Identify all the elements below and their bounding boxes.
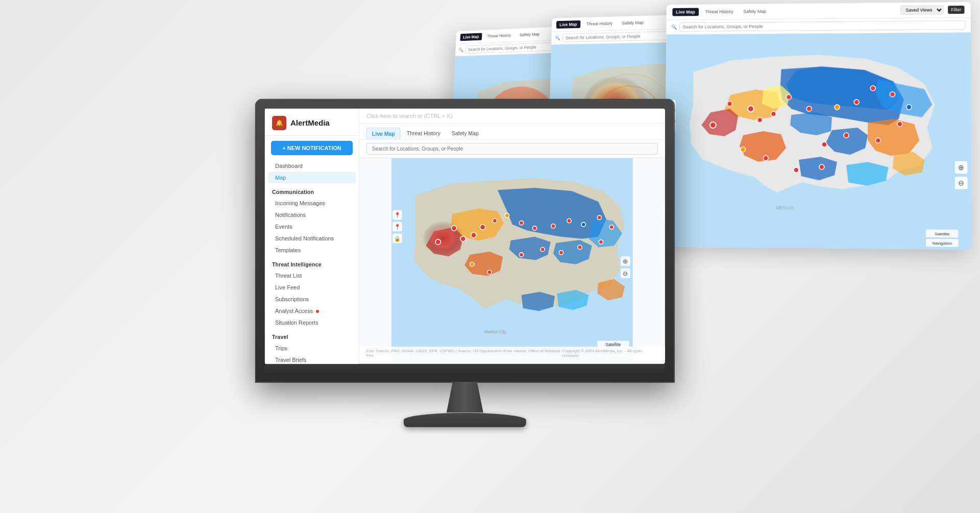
sidebar: 🔔 AlertMedia + NEW NOTIFICATION Dashboar… (265, 108, 359, 363)
svg-point-80 (451, 225, 456, 230)
svg-text:⊖: ⊖ (623, 270, 628, 277)
sidebar-item-map[interactable]: Map (268, 172, 356, 183)
sidebar-item-dashboard[interactable]: Dashboard (268, 160, 356, 171)
svg-point-46 (786, 94, 791, 100)
panel-d-tab-safety[interactable]: Safety Map (740, 7, 770, 15)
monitor-stand-neck (445, 382, 485, 412)
svg-point-54 (875, 138, 880, 143)
svg-text:Mexico City: Mexico City (484, 329, 507, 334)
main-content: Click here to search or (CTRL + K) Live … (359, 108, 665, 363)
svg-point-53 (897, 121, 902, 127)
sidebar-item-notifications[interactable]: Notifications (268, 209, 356, 220)
svg-point-96 (541, 247, 545, 251)
svg-point-90 (581, 222, 585, 226)
svg-text:⊕: ⊕ (623, 257, 628, 264)
svg-point-78 (422, 212, 497, 274)
sidebar-item-travel-briefs[interactable]: Travel Briefs (268, 354, 356, 363)
svg-text:🔒: 🔒 (394, 235, 401, 241)
svg-point-43 (748, 106, 754, 112)
monitor-bezel: 🔔 AlertMedia + NEW NOTIFICATION Dashboar… (256, 99, 674, 382)
tab-threat-history[interactable]: Threat History (402, 127, 446, 139)
sidebar-item-situation-reports[interactable]: Situation Reports (268, 316, 356, 328)
svg-point-91 (597, 215, 601, 219)
panel-c-tab-safety[interactable]: Safety Map (619, 19, 647, 28)
map-tabs: Live Map Threat History Safety Map (359, 123, 665, 139)
tab-safety-map[interactable]: Safety Map (447, 127, 484, 139)
search-hint[interactable]: Click here to search or (CTRL + K) (366, 112, 453, 118)
sidebar-item-scheduled-notifications[interactable]: Scheduled Notifications (268, 232, 356, 243)
footer-copyright: Copyright © 2024 AlertMedia, Inc. - All … (562, 348, 658, 357)
sidebar-section-communication: Communication (265, 183, 359, 197)
svg-point-60 (794, 167, 799, 173)
app-logo: 🔔 AlertMedia (265, 108, 359, 135)
sidebar-item-trips[interactable]: Trips (268, 342, 356, 353)
monitor: 🔔 AlertMedia + NEW NOTIFICATION Dashboar… (256, 99, 674, 427)
footer-credits: Esri, Garmin, FAO, NOAA, USGS, EPA, USFW… (366, 348, 562, 357)
panel-b-tab-safety[interactable]: Safety Map (517, 30, 543, 39)
tab-live-map[interactable]: Live Map (366, 127, 401, 139)
analyst-badge (316, 309, 319, 312)
sidebar-item-analyst-access[interactable]: Analyst Access (268, 305, 356, 316)
sidebar-item-templates[interactable]: Templates (268, 244, 356, 255)
monitor-stand-base (404, 412, 526, 427)
panel-b-tab-live[interactable]: Live Map (460, 33, 482, 41)
svg-point-57 (727, 101, 732, 106)
svg-point-92 (609, 225, 614, 229)
map-area: 📍 📍 🔒 ⊕ ⊖ Mex (359, 158, 665, 359)
scene: Live Map Threat History Safety Map 🔍 (0, 0, 980, 513)
svg-point-58 (741, 147, 746, 152)
panel-b-tab-threat[interactable]: Threat History (484, 32, 514, 40)
svg-point-52 (906, 105, 912, 110)
svg-text:⊕: ⊕ (958, 163, 964, 172)
svg-point-55 (844, 133, 849, 138)
svg-point-99 (599, 239, 603, 243)
sidebar-item-subscriptions[interactable]: Subscriptions (268, 293, 356, 304)
map-search-input[interactable] (366, 142, 658, 154)
svg-point-89 (567, 218, 571, 223)
svg-point-84 (493, 218, 497, 223)
svg-text:⊖: ⊖ (958, 179, 964, 187)
svg-point-94 (487, 270, 492, 274)
svg-point-87 (532, 226, 536, 230)
svg-point-98 (578, 245, 582, 249)
svg-text:Navigation: Navigation (933, 241, 952, 246)
svg-point-95 (519, 252, 523, 256)
panel-d-search[interactable] (679, 20, 966, 32)
map-search-bar (359, 139, 665, 158)
svg-text:📍: 📍 (394, 224, 401, 230)
svg-point-56 (822, 142, 827, 147)
svg-point-59 (763, 156, 768, 161)
filter-button[interactable]: Filter (948, 6, 965, 14)
new-notification-button[interactable]: + NEW NOTIFICATION (271, 140, 353, 155)
svg-point-42 (710, 122, 716, 128)
panel-d-tab-threat[interactable]: Threat History (701, 8, 737, 16)
svg-point-86 (519, 221, 523, 225)
saved-views-select[interactable]: Saved Views (900, 5, 944, 15)
svg-point-61 (819, 164, 824, 169)
svg-point-50 (870, 86, 875, 91)
logo-text: AlertMedia (290, 118, 330, 127)
svg-point-48 (835, 105, 840, 110)
svg-point-49 (854, 100, 859, 105)
svg-point-88 (551, 224, 555, 228)
sidebar-section-threat: Threat Intelligence (265, 256, 359, 269)
svg-point-81 (460, 236, 465, 241)
panel-c-tab-threat[interactable]: Threat History (583, 19, 616, 28)
sidebar-item-threat-list[interactable]: Threat List (268, 270, 356, 281)
monitor-screen: 🔔 AlertMedia + NEW NOTIFICATION Dashboar… (265, 108, 665, 363)
monitor-chin (265, 363, 665, 375)
svg-point-97 (559, 250, 563, 254)
svg-point-82 (471, 232, 476, 237)
svg-point-44 (757, 117, 763, 123)
sidebar-item-events[interactable]: Events (268, 221, 356, 232)
panel-d-tab-live[interactable]: Live Map (672, 8, 698, 16)
sidebar-section-travel: Travel (265, 328, 359, 341)
svg-point-45 (771, 111, 776, 116)
svg-point-85 (505, 213, 509, 217)
svg-point-93 (470, 262, 474, 266)
panel-c-tab-live[interactable]: Live Map (556, 20, 580, 29)
sidebar-item-incoming-messages[interactable]: Incoming Messages (268, 197, 356, 208)
logo-icon: 🔔 (272, 115, 286, 130)
svg-text:MEXICO: MEXICO (776, 205, 794, 210)
sidebar-item-live-feed[interactable]: Live Feed (268, 281, 356, 292)
